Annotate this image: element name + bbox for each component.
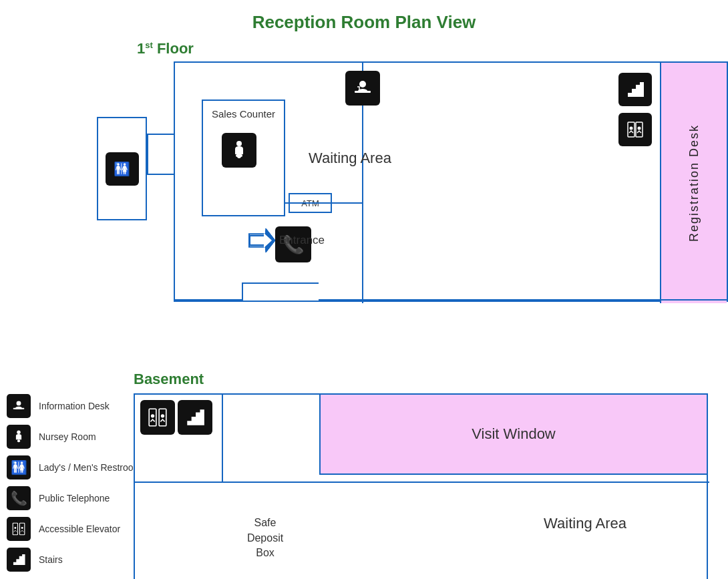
entrance-area: Entrance: [248, 228, 325, 252]
main-title: Reception Room Plan View: [0, 0, 728, 39]
connector-v: [147, 134, 148, 174]
svg-point-24: [151, 414, 154, 417]
waiting-area-label: Waiting Area: [309, 150, 391, 167]
legend-text-stairs: Stairs: [39, 554, 63, 565]
basement-col-separator: [222, 395, 223, 481]
registration-desk: Registration Desk: [660, 63, 727, 303]
registration-desk-label: Registration Desk: [687, 124, 701, 242]
svg-point-1: [359, 81, 366, 87]
restroom-box: 🚻: [97, 117, 147, 220]
atm-line: [285, 202, 362, 204]
info-desk-icon: [345, 71, 380, 106]
floor1-plan: Registration Desk 📞: [174, 61, 728, 302]
floor1-title: 1st Floor: [137, 40, 708, 57]
basement-elevator-icon: [140, 400, 175, 435]
basement-row-separator: [135, 481, 709, 483]
legend-text-telephone: Public Telephone: [39, 493, 110, 504]
bottom-line-left: [175, 299, 242, 301]
basement-title: Basement: [134, 371, 715, 388]
sales-counter-box: Sales Counter: [202, 100, 285, 216]
floor1-section: 1st Floor 🚻 Registration Desk: [134, 40, 708, 302]
basement-section: Basement: [134, 371, 715, 579]
svg-point-15: [17, 401, 21, 405]
basement-plan: Visit Window SafeDepositBox Waiting Area: [134, 393, 708, 579]
stairs-icon: [618, 73, 652, 106]
elevator-icon: [618, 113, 652, 146]
visit-window-label: Visit Window: [472, 425, 556, 443]
connector-h: [147, 134, 177, 135]
legend-icon-restroom: 🚻: [7, 455, 31, 479]
svg-point-20: [14, 527, 16, 529]
svg-point-16: [17, 430, 21, 434]
basement-icons-area: [135, 395, 218, 440]
notch-left: [242, 284, 243, 301]
entrance-label: Entrance: [279, 234, 325, 247]
notch-bottom: [242, 282, 319, 284]
legend-text-info-desk: Information Desk: [39, 401, 110, 411]
sales-counter-label: Sales Counter: [203, 108, 284, 121]
safe-deposit-label: SafeDepositBox: [247, 516, 283, 560]
basement-waiting-area: Waiting Area: [544, 515, 626, 532]
svg-point-7: [630, 127, 633, 130]
safe-deposit-box: SafeDepositBox: [222, 495, 309, 579]
legend-icon-info-desk: [7, 394, 31, 418]
restroom-icon: 🚻: [106, 152, 139, 186]
legend-icon-stairs: [7, 548, 31, 572]
visit-window: Visit Window: [319, 395, 707, 475]
basement-stairs-icon: [178, 400, 212, 435]
legend-text-nursey: Nursey Room: [39, 431, 96, 442]
legend-text-elevator: Accessible Elevator: [39, 524, 120, 534]
svg-point-17: [17, 439, 20, 442]
legend-icon-elevator: [7, 517, 31, 541]
legend-icon-nursey: [7, 425, 31, 449]
svg-point-25: [161, 414, 164, 417]
svg-point-21: [21, 527, 23, 529]
svg-point-8: [638, 127, 641, 130]
legend-text-restroom: Lady's / Men's Restroom: [39, 462, 141, 473]
bottom-line-right: [319, 299, 728, 301]
connector-h2: [147, 174, 177, 175]
legend-icon-telephone: 📞: [7, 486, 31, 510]
entrance-arrow-icon: [248, 228, 275, 252]
